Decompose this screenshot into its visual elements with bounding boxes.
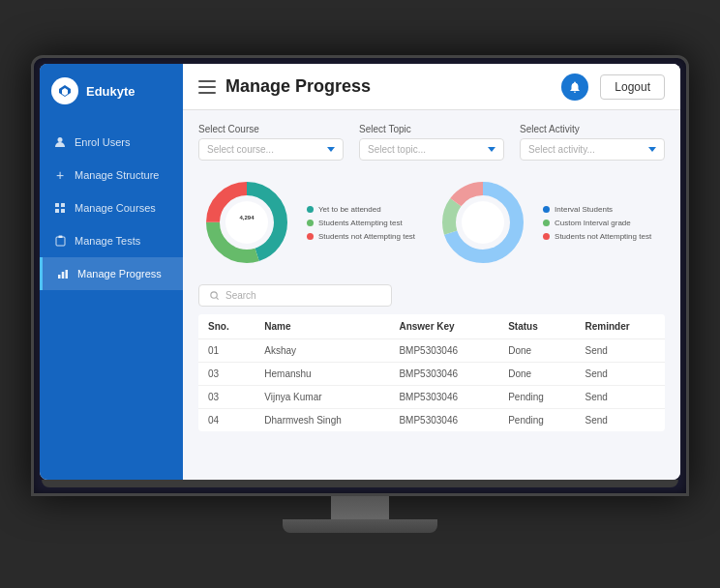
filter-topic-placeholder: Select topic... [368, 144, 426, 155]
cell-reminder: Send [575, 339, 665, 363]
table-body: 01 Akshay BMP5303046 Done Send 03 Hemans… [198, 339, 665, 432]
cell-name: Dharmvesh Singh [255, 409, 389, 432]
legend-label-6: Students not Attempting test [555, 232, 651, 241]
filter-group-topic: Select Topic Select topic... [359, 124, 504, 161]
cell-status: Done [498, 339, 575, 363]
logout-button[interactable]: Logout [600, 74, 665, 100]
filter-group-course: Select Course Select course... [198, 124, 344, 161]
filter-course-placeholder: Select course... [207, 144, 274, 155]
table-row: 03 Hemanshu BMP5303046 Done Send [198, 363, 665, 386]
cell-name: Vijnya Kumar [255, 386, 389, 409]
svg-rect-6 [58, 236, 62, 239]
cell-answer-key: BMP5303046 [389, 339, 498, 363]
sidebar-item-manage-courses[interactable]: Manage Courses [40, 191, 183, 224]
table-row: 03 Vijnya Kumar BMP5303046 Pending Send [198, 386, 665, 409]
notification-button[interactable] [561, 74, 588, 101]
svg-rect-1 [55, 203, 59, 207]
grid-icon [53, 201, 67, 215]
cell-reminder[interactable]: Send [575, 386, 665, 409]
table-header: Sno. Name Answer Key Status Reminder [198, 314, 665, 339]
legend-label-1: Yet to be attended [318, 205, 381, 214]
legend-dot-4 [543, 206, 550, 213]
cell-sno: 01 [198, 339, 255, 363]
page-title: Manage Progress [225, 76, 371, 97]
filter-topic-label: Select Topic [359, 124, 504, 134]
charts-row: 4,294 Yet to be attended Students Attemp… [198, 174, 665, 271]
search-icon [209, 290, 220, 301]
filter-topic-arrow [488, 147, 495, 152]
content-area: Select Course Select course... Select To… [183, 110, 680, 480]
sidebar-item-manage-progress[interactable]: Manage Progress [40, 257, 183, 290]
cell-answer-key: BMP5303046 [389, 409, 498, 432]
cell-sno: 03 [198, 363, 255, 386]
svg-rect-9 [66, 270, 69, 279]
sidebar-item-enrol-users[interactable]: Enrol Users [40, 126, 183, 159]
filter-topic-select[interactable]: Select topic... [359, 138, 504, 161]
sidebar-nav: Enrol Users + Manage Structure [40, 126, 183, 290]
sidebar-label-manage-structure: Manage Structure [75, 169, 159, 181]
monitor-stand-base [283, 519, 437, 533]
header-left: Manage Progress [198, 76, 371, 97]
donut-chart-2 [435, 174, 531, 271]
table-header-row: Sno. Name Answer Key Status Reminder [198, 314, 665, 339]
logo-text: Edukyte [86, 84, 135, 99]
monitor-screen: Edukyte Enrol Users + [31, 55, 689, 496]
legend-dot-6 [543, 233, 550, 240]
sidebar-label-manage-courses: Manage Courses [75, 202, 156, 214]
chart-2-container: Interval Students Custom Interval grade … [435, 174, 651, 271]
filter-activity-select[interactable]: Select activity... [520, 138, 665, 161]
search-bar[interactable]: Search [198, 284, 392, 307]
filter-course-select[interactable]: Select course... [198, 138, 344, 161]
sidebar-item-manage-structure[interactable]: + Manage Structure [40, 159, 183, 191]
screen-inner: Edukyte Enrol Users + [40, 64, 680, 480]
cell-reminder: Send [575, 363, 665, 386]
col-header-answer-key: Answer Key [389, 314, 498, 339]
filter-activity-arrow [648, 147, 656, 152]
sidebar-label-manage-progress: Manage Progress [77, 268, 162, 279]
clipboard-icon [53, 234, 67, 248]
cell-name: Hemanshu [255, 363, 389, 386]
col-header-sno: Sno. [198, 314, 255, 339]
sidebar-label-enrol-users: Enrol Users [75, 136, 130, 148]
svg-line-20 [217, 298, 219, 300]
col-header-name: Name [255, 314, 389, 339]
cell-answer-key: BMP5303046 [389, 363, 498, 386]
legend-dot-3 [307, 233, 314, 240]
filter-activity-placeholder: Select activity... [528, 144, 595, 155]
cell-sno: 04 [198, 409, 255, 432]
legend-dot-1 [307, 206, 314, 213]
filter-course-label: Select Course [198, 124, 344, 134]
svg-rect-8 [62, 272, 65, 279]
legend-item-6: Students not Attempting test [543, 232, 651, 241]
cell-name: Akshay [255, 339, 389, 363]
filter-activity-label: Select Activity [520, 124, 665, 134]
legend-dot-5 [543, 220, 550, 226]
sidebar-item-manage-tests[interactable]: Manage Tests [40, 224, 183, 257]
legend-dot-2 [307, 220, 314, 226]
main-content: Manage Progress Logout [183, 64, 680, 480]
cell-reminder[interactable]: Send [575, 409, 665, 432]
svg-rect-7 [58, 275, 61, 279]
cell-status: Pending [498, 409, 575, 432]
legend-label-3: Students not Attempting test [318, 232, 415, 241]
col-header-status: Status [498, 314, 575, 339]
monitor-stand-neck [331, 496, 389, 519]
legend-item-5: Custom Interval grade [543, 219, 651, 227]
svg-point-19 [211, 292, 217, 298]
table-row: 01 Akshay BMP5303046 Done Send [198, 339, 665, 363]
legend-item-2: Students Attempting test [307, 219, 415, 227]
chart-icon [56, 267, 70, 280]
legend-label-4: Interval Students [555, 205, 613, 214]
filter-group-activity: Select Activity Select activity... [520, 124, 665, 161]
sidebar-logo: Edukyte [40, 64, 183, 118]
header-right: Logout [561, 74, 665, 101]
cell-answer-key: BMP5303046 [389, 386, 498, 409]
hamburger-menu[interactable] [198, 80, 216, 94]
legend-label-2: Students Attempting test [318, 219, 403, 227]
filter-row: Select Course Select course... Select To… [198, 124, 665, 161]
plus-icon: + [53, 168, 67, 182]
svg-point-0 [58, 137, 63, 142]
search-placeholder: Search [225, 290, 256, 301]
legend-item-1: Yet to be attended [307, 205, 415, 214]
svg-rect-4 [61, 209, 65, 213]
